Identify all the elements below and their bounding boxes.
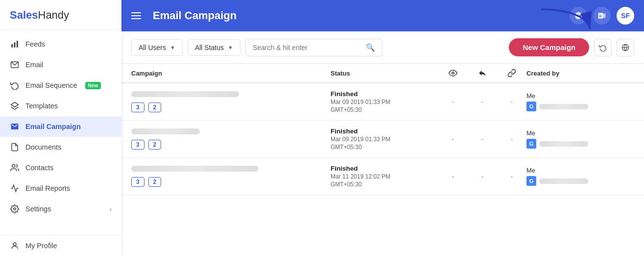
eye-count: -	[438, 173, 468, 180]
toolbar: All Users ▼ All Status ▼ 🔍 New Campaign	[121, 31, 644, 64]
reply-count: -	[468, 98, 497, 106]
hamburger-menu[interactable]	[131, 12, 141, 19]
filter-status-label: All Status	[195, 44, 224, 51]
refresh-icon	[10, 80, 20, 90]
created-by-col: Me G	[526, 167, 634, 186]
status-col: Finished Mar 11 2019 12:02 PM GMT+05:30	[331, 165, 438, 188]
menu-line-1	[131, 12, 141, 13]
search-icon: 🔍	[366, 43, 375, 52]
svg-point-15	[452, 72, 454, 75]
chevron-down-icon-2: ▼	[228, 45, 233, 51]
created-by-me: Me	[526, 167, 634, 174]
sidebar-item-feeds-label: Feeds	[25, 40, 45, 48]
reply-count: -	[468, 173, 497, 180]
sidebar-item-email-sequence-label: Email Sequence	[25, 81, 77, 89]
user-avatar[interactable]: SF	[617, 7, 634, 25]
filter-users-label: All Users	[139, 44, 166, 51]
status-finished: Finished	[331, 128, 438, 135]
svg-point-8	[577, 15, 580, 17]
chrome-icon-btn[interactable]	[570, 7, 587, 25]
google-icon: G	[526, 139, 536, 149]
globe-btn[interactable]	[617, 39, 634, 56]
sidebar-item-my-profile-label: My Profile	[25, 242, 57, 250]
creator-name-blur	[539, 104, 588, 109]
contacts-icon	[10, 163, 20, 173]
table-header: Campaign Status Created by	[121, 64, 644, 83]
main-content: Email Campaign O SF All Users ▼ All Stat…	[121, 0, 644, 256]
filter-users-btn[interactable]: All Users ▼	[131, 39, 183, 56]
created-user: G	[526, 176, 634, 186]
sidebar: SalesHandy Feeds Email Email Sequence Ne…	[0, 0, 121, 256]
table-row: 3 2 Finished Mar 11 2019 12:02 PM GMT+05…	[121, 158, 644, 195]
col-status: Status	[331, 70, 438, 77]
document-icon	[10, 142, 20, 152]
tag-3[interactable]: 3	[131, 102, 144, 112]
svg-text:O: O	[599, 15, 602, 18]
tag-3[interactable]: 3	[131, 177, 144, 187]
col-eye-icon	[438, 69, 468, 77]
svg-point-7	[13, 243, 16, 246]
status-timezone: GMT+05:30	[331, 106, 438, 113]
status-col: Finished Mar 09 2019 01:33 PM GMT+05:30	[331, 128, 438, 151]
sidebar-item-email[interactable]: Email	[0, 54, 121, 75]
sidebar-item-contacts[interactable]: Contacts	[0, 157, 121, 178]
new-campaign-button[interactable]: New Campaign	[509, 38, 589, 56]
logo: SalesHandy	[0, 0, 121, 30]
col-reply-icon	[468, 69, 497, 77]
chevron-right-icon: ›	[110, 205, 112, 213]
sidebar-item-settings[interactable]: Settings ›	[0, 199, 121, 219]
status-finished: Finished	[331, 90, 438, 98]
person-icon	[10, 241, 20, 251]
status-finished: Finished	[331, 165, 438, 172]
sidebar-item-my-profile[interactable]: My Profile	[0, 235, 121, 256]
reply-count: -	[468, 135, 497, 143]
tag-2[interactable]: 2	[148, 140, 162, 150]
created-user: G	[526, 139, 634, 149]
sidebar-item-email-reports[interactable]: Email Reports	[0, 178, 121, 199]
created-user: G	[526, 102, 634, 111]
status-date: Mar 09 2019 01:33 PM	[331, 136, 438, 143]
sidebar-item-templates[interactable]: Templates	[0, 96, 121, 116]
status-col: Finished Mar 09 2019 01:33 PM GMT+05:30	[331, 90, 438, 113]
link-count: -	[497, 135, 526, 143]
sidebar-bottom: My Profile	[0, 235, 121, 256]
created-by-col: Me G	[526, 92, 634, 111]
sidebar-item-documents-label: Documents	[25, 143, 61, 151]
status-timezone: GMT+05:30	[331, 144, 438, 151]
tag-2[interactable]: 2	[148, 102, 162, 112]
created-by-me: Me	[526, 129, 634, 137]
campaign-name-blur	[131, 128, 200, 134]
sidebar-item-documents[interactable]: Documents	[0, 137, 121, 157]
filter-status-btn[interactable]: All Status ▼	[188, 39, 240, 56]
sidebar-item-email-sequence[interactable]: Email Sequence New	[0, 75, 121, 96]
table-row: 3 2 Finished Mar 09 2019 01:33 PM GMT+05…	[121, 121, 644, 158]
sidebar-item-email-label: Email	[25, 61, 43, 69]
svg-marker-4	[11, 102, 19, 107]
status-date: Mar 09 2019 01:33 PM	[331, 99, 438, 105]
search-input[interactable]	[253, 44, 362, 51]
status-date: Mar 11 2019 12:02 PM	[331, 173, 438, 180]
envelope-icon	[10, 122, 20, 131]
svg-rect-0	[11, 44, 13, 48]
sidebar-item-templates-label: Templates	[25, 102, 58, 110]
link-count: -	[497, 173, 526, 180]
header-icons: O SF	[570, 7, 634, 25]
col-created-by: Created by	[526, 70, 634, 77]
campaign-name-blur	[131, 166, 259, 172]
tag-3[interactable]: 3	[131, 140, 144, 150]
refresh-btn[interactable]	[594, 39, 612, 56]
campaigns-table: Campaign Status Created by 3 2	[121, 64, 644, 256]
creator-name-blur	[539, 141, 588, 147]
sidebar-item-feeds[interactable]: Feeds	[0, 34, 121, 54]
menu-line-3	[131, 18, 141, 19]
sidebar-item-email-campaign[interactable]: Email Campaign	[0, 116, 121, 137]
outlook-icon-btn[interactable]: O	[593, 7, 611, 25]
search-box: 🔍	[245, 39, 382, 56]
campaign-name-col: 3 2	[131, 91, 331, 112]
col-campaign: Campaign	[131, 70, 331, 77]
campaign-name-col: 3 2	[131, 166, 331, 187]
eye-count: -	[438, 98, 468, 106]
sidebar-item-settings-label: Settings	[25, 205, 51, 213]
sidebar-item-email-campaign-label: Email Campaign	[25, 123, 81, 130]
tag-2[interactable]: 2	[148, 177, 162, 187]
